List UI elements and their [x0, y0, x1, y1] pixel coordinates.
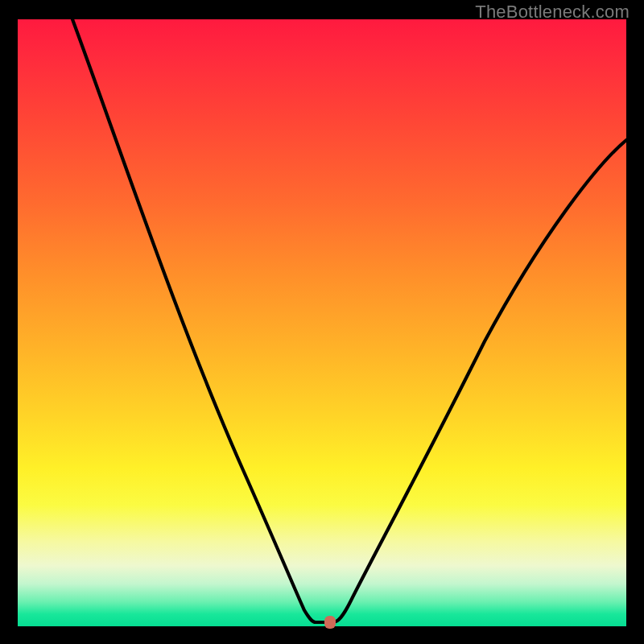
- bottleneck-curve-path: [72, 19, 626, 622]
- watermark-text: TheBottleneck.com: [475, 2, 630, 23]
- chart-frame: TheBottleneck.com: [0, 0, 644, 644]
- gradient-plot-area: [18, 19, 626, 626]
- curve-svg: [18, 19, 626, 626]
- optimum-marker: [324, 616, 336, 629]
